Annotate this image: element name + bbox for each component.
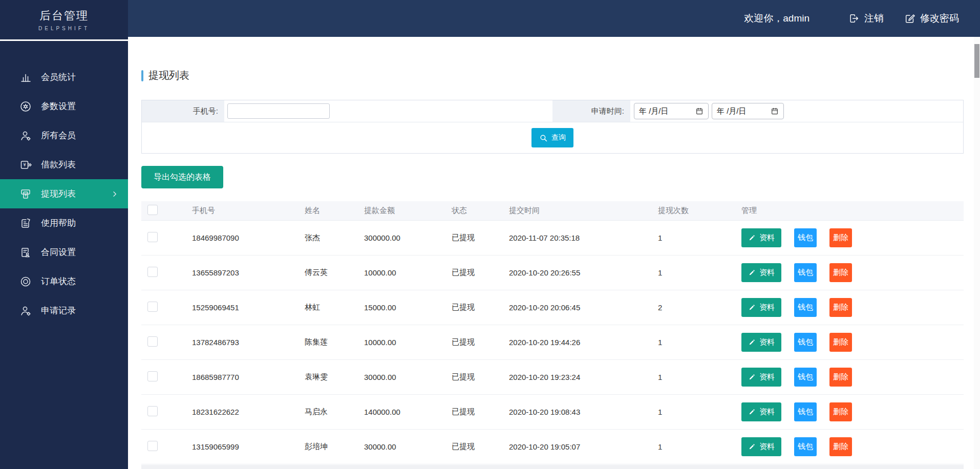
cell-phone: 18469987090 [192,233,305,242]
row-actions: 资料钱包删除 [735,333,964,352]
sidebar-item-param-settings[interactable]: 参数设置 [0,92,128,121]
chevron-right-icon [111,190,119,198]
date-end-input[interactable]: 年 /月/日 [712,103,784,119]
row-checkbox[interactable] [147,406,158,416]
cell-status: 已提现 [452,442,509,452]
cell-count: 2 [658,303,735,312]
row-checkbox-cell [141,232,192,244]
app-logo-subtitle: DELPSHIFT [38,26,90,31]
sidebar-item-member-stats[interactable]: 会员统计 [0,62,128,92]
delete-button[interactable]: 删除 [829,228,852,247]
profile-button-label: 资料 [759,442,775,452]
sidebar-item-all-members[interactable]: 所有会员 [0,121,128,150]
search-icon [539,134,548,142]
pencil-icon [748,338,756,346]
profile-button-label: 资料 [759,337,775,347]
wallet-button[interactable]: 钱包 [794,437,817,456]
wallet-button[interactable]: 钱包 [794,368,817,387]
sidebar-item-usage-help[interactable]: 使用帮助 [0,208,128,238]
profile-button[interactable]: 资料 [741,263,781,282]
cell-phone: 13655897203 [192,268,305,277]
profile-button-label: 资料 [759,233,775,243]
delete-button[interactable]: 删除 [829,263,852,282]
cell-name: 林虹 [305,303,364,312]
sidebar-item-loan-list[interactable]: ¥借款列表 [0,150,128,179]
app-logo-title: 后台管理 [39,8,89,24]
table-row: 18469987090张杰300000.00已提现2020-11-07 20:3… [141,221,964,255]
profile-button[interactable]: 资料 [741,228,781,247]
change-password-button[interactable]: 修改密码 [904,12,959,25]
row-checkbox[interactable] [147,336,158,347]
logout-label: 注销 [864,12,884,25]
content-area: 提现列表 手机号: 申请时间: 年 /月/日 [128,37,980,469]
row-checkbox[interactable] [147,267,158,277]
logout-icon [848,13,860,24]
sidebar-item-application-records[interactable]: 申请记录 [0,296,128,325]
cell-time: 2020-10-20 19:44:26 [509,338,658,347]
page-scrollbar[interactable] [974,37,980,469]
table-row: 18685987770袁琳雯30000.00已提现2020-10-20 19:2… [141,360,964,395]
row-checkbox[interactable] [147,371,158,381]
wallet-button[interactable]: 钱包 [794,263,817,282]
sidebar-item-withdraw-list[interactable]: ¥提现列表 [0,179,128,208]
calendar-icon[interactable] [771,107,779,115]
phone-input[interactable] [227,103,330,119]
table-body: 18469987090张杰300000.00已提现2020-11-07 20:3… [141,221,964,464]
sidebar-item-order-status[interactable]: 订单状态 [0,267,128,296]
wallet-button[interactable]: 钱包 [794,298,817,317]
cell-count: 1 [658,338,735,347]
export-selected-button[interactable]: 导出勾选的表格 [141,166,223,188]
cell-amount: 15000.00 [364,303,452,312]
wallet-button[interactable]: 钱包 [794,402,817,421]
sidebar-item-contract-settings[interactable]: 合同设置 [0,238,128,267]
cell-time: 2020-11-07 20:35:18 [509,233,658,242]
date-start-input[interactable]: 年 /月/日 [634,103,709,119]
loan-icon: ¥ [19,159,32,171]
profile-button[interactable]: 资料 [741,368,781,387]
delete-button[interactable]: 删除 [829,298,852,317]
row-checkbox[interactable] [147,441,158,451]
delete-button[interactable]: 删除 [829,437,852,456]
cell-count: 1 [658,442,735,451]
col-header-phone: 手机号 [192,206,305,216]
cell-phone: 15259069451 [192,303,305,312]
chart-icon [19,71,32,83]
cell-name: 马启永 [305,407,364,417]
title-accent-bar [141,70,143,81]
row-actions: 资料钱包删除 [735,368,964,387]
row-checkbox[interactable] [147,302,158,312]
date-range-cell: 年 /月/日 年 /月/日 [630,100,963,122]
wallet-button[interactable]: 钱包 [794,228,817,247]
col-header-status: 状态 [452,206,509,216]
delete-button[interactable]: 删除 [829,368,852,387]
profile-button[interactable]: 资料 [741,333,781,352]
scrollbar-thumb[interactable] [974,44,979,78]
profile-button[interactable]: 资料 [741,437,781,456]
col-header-name: 姓名 [305,206,364,216]
cell-status: 已提现 [452,303,509,312]
cell-amount: 300000.00 [364,233,452,242]
cell-count: 1 [658,268,735,277]
row-checkbox[interactable] [147,232,158,242]
cell-name: 傅云英 [305,268,364,278]
help-icon [19,217,32,229]
logout-button[interactable]: 注销 [848,12,884,25]
profile-button[interactable]: 资料 [741,298,781,317]
profile-button-label: 资料 [759,303,775,312]
order-status-icon [19,275,32,288]
calendar-icon[interactable] [695,107,704,115]
profile-button-label: 资料 [759,268,775,278]
records-icon [19,305,32,317]
search-button[interactable]: 查询 [531,128,573,147]
cell-phone: 13159065999 [192,442,305,451]
delete-button[interactable]: 删除 [829,333,852,352]
sidebar-item-label: 借款列表 [41,159,76,170]
pencil-icon [748,304,756,311]
select-all-checkbox[interactable] [147,205,158,215]
wallet-button[interactable]: 钱包 [794,333,817,352]
profile-button[interactable]: 资料 [741,402,781,421]
cell-time: 2020-10-20 20:06:45 [509,303,658,312]
sidebar-item-label: 会员统计 [41,71,76,83]
sidebar-item-label: 申请记录 [41,305,76,316]
delete-button[interactable]: 删除 [829,402,852,421]
